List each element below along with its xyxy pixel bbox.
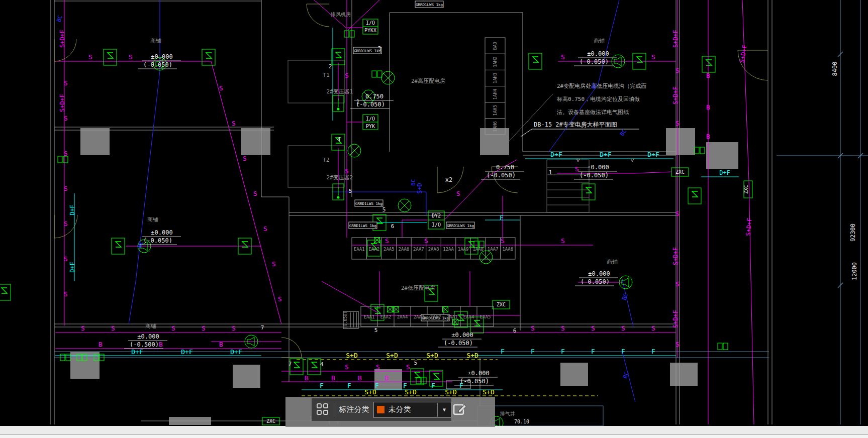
cad-text: 3 [378,45,381,52]
cad-text: I/O [432,222,441,228]
door-symbol [307,4,329,27]
cad-text: S+D+F [672,86,679,104]
cad-text: B [159,341,163,348]
room-outline [288,60,344,103]
cad-text: F [501,348,505,355]
panel-label: 12AA [443,247,454,252]
apps-grid-icon[interactable] [317,403,329,416]
cad-text: S [376,363,380,371]
wire-line [129,0,160,324]
structural-column [560,363,588,386]
cad-text: B [305,374,309,382]
cad-text: S+D [386,352,398,359]
cad-text: B [706,103,710,111]
cad-text: (-0.050) [580,58,609,65]
cad-canvas[interactable]: GRRD1LWS 1kgGRRD1LWS 1kgGRRD1LWS 1kgGRRD… [0,0,868,426]
cad-text: 1 [549,169,552,176]
switch-glyph [2,288,7,293]
structural-column [670,363,698,386]
cad-text: ▽ [576,157,580,163]
panel-label: EAA5 [480,314,491,319]
cad-text: (-0.050) [143,237,172,244]
drawing-viewport: GRRD1LWS 1kgGRRD1LWS 1kgGRRD1LWS 1kgGRRD… [0,0,868,426]
annotation-category-label: 标注分类 [339,405,369,414]
cad-text: S [64,220,68,228]
panel-label: EAA2 [380,314,392,319]
switch-box-outline [308,359,321,375]
device-cluster-symbol [344,31,354,37]
cad-text: S+D+F [672,310,679,328]
structural-column [666,128,695,155]
cad-text: ±0.000 [587,50,609,57]
panel-label: 1AH2 [493,56,498,67]
device-cluster-symbol [695,147,705,154]
cad-text: 12000 [851,262,858,280]
cad-text: 5 [414,360,418,366]
cad-text: 5 [374,327,378,334]
equipment-tag: GRRD1LWS 1kg [349,222,377,229]
cad-text: S [676,120,680,127]
switch-glyph [415,372,420,378]
cad-text: PYK [366,124,375,129]
cad-text: S [253,190,257,197]
cad-text: (-0.050) [460,378,489,385]
cad-text: S+D+F [59,94,66,112]
cad-text: S [676,341,680,348]
cad-text: 8400 [831,62,838,76]
cad-text: S [651,53,655,61]
panel-label: EAA1 [364,314,375,319]
cad-text: D+F [181,348,193,356]
cad-text: F [621,348,625,355]
cad-text: S [345,363,349,371]
switch-box-symbol [702,56,715,72]
cad-text: S+D [416,183,423,194]
switch-glyph [336,52,341,58]
cad-text: 70.10 [514,419,529,424]
switch-glyph [706,60,712,65]
chevron-down-icon[interactable]: ▼ [437,403,451,417]
isolator-dot [337,108,340,111]
equipment-tag: GRRD1LWS 1kg [353,47,381,54]
panel-label: 2AA3 [414,314,425,319]
panel-label: 2AA1 [447,314,458,319]
cad-text: S+D [346,352,358,359]
status-bar [0,426,868,438]
device-a [372,71,376,77]
door-symbol [281,338,302,358]
cad-text: ±0.000 [467,370,489,377]
cad-text: S [111,324,115,332]
cad-text: 5 [382,206,386,213]
switch-box-outline [688,188,701,204]
cad-text: S [561,53,565,61]
cad-text: S [64,150,68,157]
status-bar-lower [0,435,868,438]
wire-line [211,61,281,324]
cad-text: ±0.000 [151,229,172,236]
room-outline [288,146,344,187]
switch-glyph [312,362,317,368]
cad-text: S [263,225,267,233]
panel-label: 1AA6 [502,247,513,252]
cad-text: S [88,53,92,61]
equipment-tag-text: GRRD1LWS 1kg [355,201,382,206]
cad-text: F [561,348,565,355]
device-a [416,377,421,384]
cad-text: ZXC [266,418,275,424]
cad-text: S+D+F [672,30,679,48]
cad-text: ±0.000 [588,270,610,277]
switch-box-symbol [0,284,11,300]
cad-text: S+D+F [744,217,753,236]
cad-text: S [621,324,625,332]
cad-text: BC [56,15,64,23]
cad-text: 商铺 [147,216,158,223]
classification-dropdown[interactable]: 未分类 ▼ [373,402,451,418]
panel-label: 1AH6 [493,121,498,132]
cad-text: 2 [329,63,332,70]
edit-annotation-button[interactable] [451,401,468,418]
cad-text: 排风机房 [330,12,351,17]
cad-text: S [64,79,68,87]
switch-box-outline [202,49,215,65]
cad-text: S [345,72,349,79]
isolator-dot [337,196,340,199]
switch-glyph [692,191,698,197]
